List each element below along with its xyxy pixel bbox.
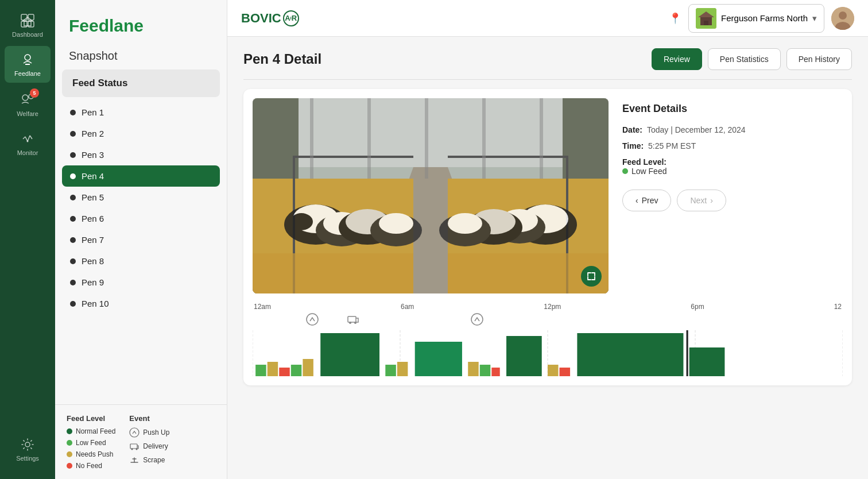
svg-rect-58: [425, 98, 428, 179]
timeline-chart-container: [253, 313, 843, 376]
time-label: Time:: [622, 141, 644, 150]
page-header: Pen 4 Detail Review Pen Statistics Pen H…: [243, 48, 852, 70]
pen-item-4[interactable]: Pen 4: [62, 165, 220, 187]
pen-7-label: Pen 7: [82, 235, 104, 245]
svg-point-16: [131, 449, 133, 450]
normal-feed-dot: [67, 428, 72, 434]
svg-rect-81: [480, 365, 491, 376]
pen-item-1[interactable]: Pen 1: [62, 102, 220, 123]
svg-point-65: [471, 314, 483, 325]
welfare-badge: 5: [30, 88, 39, 98]
sidebar-welfare-label: Welfare: [17, 110, 38, 117]
svg-rect-75: [303, 359, 313, 376]
app-title: Feedlane: [69, 16, 213, 36]
logo-bovic: BOVIC: [241, 11, 281, 26]
pen-10-label: Pen 10: [82, 299, 109, 308]
sidebar-item-monitor[interactable]: Monitor: [5, 125, 51, 162]
sidebar: Dashboard Feedlane 5 Welfare Monit: [0, 0, 55, 479]
nav-buttons: ‹ Prev Next ›: [622, 190, 840, 211]
pen-8-dot: [70, 258, 76, 264]
pen-4-dot: [70, 173, 76, 179]
expand-button[interactable]: [581, 266, 602, 287]
normal-feed-legend: Normal Feed: [67, 427, 115, 435]
svg-point-64: [354, 322, 356, 324]
scrape-legend: Scrape: [129, 455, 169, 465]
pen-item-3[interactable]: Pen 3: [62, 144, 220, 165]
pen-5-dot: [70, 195, 76, 200]
pen-item-9[interactable]: Pen 9: [62, 272, 220, 293]
timeline-label-12end: 12: [834, 303, 842, 311]
logo: BOVIC AiR: [241, 10, 300, 26]
svg-rect-15: [130, 444, 137, 449]
svg-rect-78: [397, 362, 408, 376]
timeline-labels: 12am 6am 12pm 6pm 12: [253, 303, 843, 311]
expand-icon: [586, 271, 596, 281]
svg-rect-74: [291, 365, 302, 376]
scrape-label: Scrape: [143, 456, 165, 464]
prev-button[interactable]: ‹ Prev: [622, 190, 671, 211]
svg-rect-77: [385, 365, 396, 376]
event-date-row: Date: Today | December 12, 2024: [622, 125, 840, 134]
feed-level-title: Feed Level: [67, 414, 115, 423]
feed-status-section: Feed Status: [62, 69, 220, 97]
pen-2-label: Pen 2: [82, 129, 104, 138]
action-buttons: Review Pen Statistics Pen History: [652, 48, 852, 70]
sidebar-settings-label: Settings: [16, 455, 39, 462]
pen-item-8[interactable]: Pen 8: [62, 250, 220, 272]
pen-6-dot: [70, 216, 76, 222]
svg-rect-82: [491, 368, 499, 376]
svg-point-63: [349, 322, 351, 324]
snapshot-label: Snapshot: [55, 45, 227, 69]
farm-thumb-image: [696, 8, 716, 29]
svg-point-53: [448, 213, 482, 234]
gear-icon: [20, 436, 36, 453]
pen-2-dot: [70, 131, 76, 137]
svg-rect-56: [310, 98, 313, 179]
feed-level-legend: Feed Level Normal Feed Low Feed Needs Pu…: [67, 414, 115, 470]
pen-item-6[interactable]: Pen 6: [62, 208, 220, 229]
pen-statistics-button[interactable]: Pen Statistics: [708, 48, 781, 70]
next-button[interactable]: Next ›: [677, 190, 726, 211]
push-up-legend: Push Up: [129, 427, 169, 438]
svg-point-23: [839, 11, 847, 20]
left-panel-header: Feedlane: [55, 0, 227, 45]
user-avatar[interactable]: [831, 7, 854, 30]
timeline-icon-pushup1: [306, 313, 319, 329]
pen-history-button[interactable]: Pen History: [786, 48, 852, 70]
sidebar-item-welfare[interactable]: 5 Welfare: [5, 85, 51, 123]
pen-item-7[interactable]: Pen 7: [62, 229, 220, 250]
svg-point-38: [290, 213, 313, 230]
pen-5-label: Pen 5: [82, 192, 104, 202]
timeline-label-12pm: 12pm: [544, 303, 561, 311]
sidebar-item-settings[interactable]: Settings: [5, 431, 51, 468]
feedlane-icon: [20, 52, 36, 68]
review-button[interactable]: Review: [652, 48, 702, 70]
svg-rect-83: [506, 336, 542, 376]
farm-selector[interactable]: Ferguson Farms North ▾: [688, 4, 824, 33]
svg-point-12: [27, 141, 29, 142]
event-title: Event: [129, 414, 169, 423]
pen-item-2[interactable]: Pen 2: [62, 123, 220, 144]
time-value: 5:25 PM EST: [648, 141, 696, 150]
timeline-section: 12am 6am 12pm 6pm 12: [253, 303, 843, 376]
svg-rect-76: [320, 333, 379, 376]
detail-card: Event Details Date: Today | December 12,…: [243, 89, 852, 385]
sidebar-item-dashboard[interactable]: Dashboard: [5, 7, 51, 44]
pen-3-dot: [70, 152, 76, 158]
svg-point-44: [379, 213, 413, 234]
sidebar-item-feedlane[interactable]: Feedlane: [5, 46, 51, 83]
legend-section: Feed Level Normal Feed Low Feed Needs Pu…: [55, 404, 227, 479]
pen-item-10[interactable]: Pen 10: [62, 293, 220, 314]
svg-rect-71: [255, 365, 266, 376]
event-legend: Event Push Up Delivery: [129, 414, 169, 470]
delivery-legend: Delivery: [129, 441, 169, 451]
normal-feed-label: Normal Feed: [76, 427, 115, 435]
svg-rect-54: [253, 253, 413, 293]
svg-line-8: [23, 137, 25, 139]
no-feed-legend: No Feed: [67, 462, 115, 470]
no-feed-dot: [67, 463, 72, 469]
svg-rect-86: [577, 333, 683, 376]
pen-1-dot: [70, 110, 76, 115]
sidebar-dashboard-label: Dashboard: [12, 31, 43, 38]
pen-item-5[interactable]: Pen 5: [62, 187, 220, 208]
